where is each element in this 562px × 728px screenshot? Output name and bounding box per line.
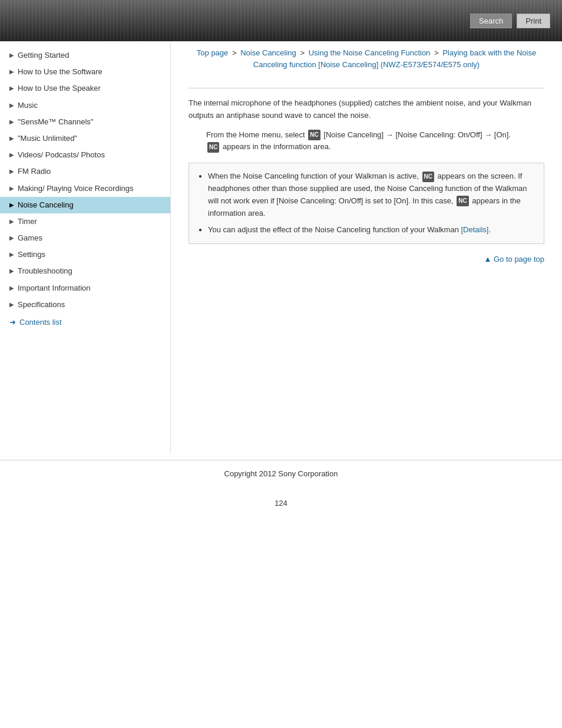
sidebar-item-making-playing-voice[interactable]: ▶Making/ Playing Voice Recordings: [0, 180, 170, 197]
sidebar-item-label: Music: [18, 100, 38, 111]
sidebar-item-label: Important Information: [18, 283, 91, 294]
sidebar-item-label: Making/ Playing Voice Recordings: [18, 183, 134, 194]
sidebar-item-timer[interactable]: ▶Timer: [0, 213, 170, 230]
sidebar-item-label: "Music Unlimited": [18, 133, 77, 144]
sidebar-item-label: How to Use the Software: [18, 67, 103, 77]
breadcrumb-using-nc[interactable]: Using the Noise Canceling Function: [309, 48, 431, 57]
nc-icon-1: NC: [308, 130, 320, 140]
sidebar-arrow-icon: ▶: [9, 218, 14, 226]
nc-icon-active: NC: [422, 172, 434, 182]
breadcrumb-top-page[interactable]: Top page: [197, 48, 229, 57]
sidebar: ▶Getting Started▶How to Use the Software…: [0, 41, 171, 454]
sidebar-arrow-icon: ▶: [9, 151, 14, 159]
notes-list: When the Noise Canceling function of you…: [199, 170, 534, 236]
description-text: The internal microphone of the headphone…: [189, 97, 544, 122]
sidebar-item-games[interactable]: ▶Games: [0, 230, 170, 246]
nc-icon-2: NC: [207, 142, 219, 153]
breadcrumb-noise-canceling[interactable]: Noise Canceling: [240, 48, 296, 57]
breadcrumb: Top page > Noise Canceling > Using the N…: [189, 47, 544, 70]
note-box: When the Noise Canceling function of you…: [189, 163, 544, 244]
sidebar-arrow-icon: ▶: [9, 134, 14, 143]
contents-list-link[interactable]: ➜ Contents list: [0, 313, 170, 331]
nc-icon-case: NC: [457, 196, 468, 206]
sidebar-item-label: Specifications: [18, 299, 65, 310]
sidebar-item-how-to-use-software[interactable]: ▶How to Use the Software: [0, 64, 170, 80]
search-button[interactable]: Search: [470, 14, 512, 28]
sidebar-item-sensme-channels[interactable]: ▶"SensMe™ Channels": [0, 114, 170, 130]
sidebar-item-getting-started[interactable]: ▶Getting Started: [0, 47, 170, 64]
go-to-top-link[interactable]: Go to page top: [494, 255, 544, 263]
sidebar-item-label: Timer: [18, 216, 37, 227]
sidebar-arrow-icon: ▶: [9, 251, 14, 259]
print-button[interactable]: Print: [517, 14, 550, 28]
main-layout: ▶Getting Started▶How to Use the Software…: [0, 41, 562, 454]
contents-list-label: Contents list: [19, 318, 62, 327]
sidebar-item-label: "SensMe™ Channels": [18, 117, 93, 127]
sidebar-item-specifications[interactable]: ▶Specifications: [0, 297, 170, 313]
sidebar-arrow-icon: ▶: [9, 201, 14, 209]
sidebar-item-label: FM Radio: [18, 166, 51, 177]
sidebar-item-noise-canceling[interactable]: ▶Noise Canceling: [0, 197, 170, 213]
content-body: The internal microphone of the headphone…: [189, 97, 544, 266]
sidebar-item-label: Getting Started: [18, 50, 69, 61]
sidebar-item-label: How to Use the Speaker: [18, 83, 101, 94]
sidebar-arrow-icon: ▶: [9, 185, 14, 193]
sidebar-arrow-icon: ▶: [9, 68, 14, 76]
sidebar-item-videos-podcasts-photos[interactable]: ▶Videos/ Podcasts/ Photos: [0, 147, 170, 163]
instruction-text: From the Home menu, select: [206, 130, 307, 139]
sidebar-arrow-icon: ▶: [9, 51, 14, 60]
page-number: 124: [0, 487, 562, 519]
sidebar-arrow-icon: ▶: [9, 118, 14, 126]
copyright-text: Copyright 2012 Sony Corporation: [224, 469, 338, 478]
sidebar-item-label: Settings: [18, 249, 45, 260]
sidebar-item-label: Noise Canceling: [18, 200, 74, 210]
sidebar-item-settings[interactable]: ▶Settings: [0, 246, 170, 263]
go-to-top[interactable]: Go to page top: [189, 253, 544, 266]
instruction-suffix: appears in the information area.: [223, 142, 331, 151]
content-divider: [189, 88, 544, 88]
sidebar-item-label: Videos/ Podcasts/ Photos: [18, 150, 105, 160]
sidebar-item-important-information[interactable]: ▶Important Information: [0, 280, 170, 297]
instruction-block: From the Home menu, select NC [Noise Can…: [206, 129, 544, 154]
sidebar-arrow-icon: ▶: [9, 301, 14, 309]
sidebar-arrow-icon: ▶: [9, 234, 14, 242]
sidebar-item-troubleshooting[interactable]: ▶Troubleshooting: [0, 263, 170, 279]
footer: Copyright 2012 Sony Corporation: [0, 460, 562, 487]
details-link[interactable]: [Details]: [461, 225, 489, 234]
sidebar-item-label: Troubleshooting: [18, 266, 72, 276]
sidebar-arrow-icon: ▶: [9, 84, 14, 93]
sidebar-item-fm-radio[interactable]: ▶FM Radio: [0, 163, 170, 180]
sidebar-arrow-icon: ▶: [9, 284, 14, 292]
sidebar-arrow-icon: ▶: [9, 101, 14, 110]
sidebar-item-how-to-use-speaker[interactable]: ▶How to Use the Speaker: [0, 80, 170, 97]
sidebar-arrow-icon: ▶: [9, 167, 14, 176]
content-area: Top page > Noise Canceling > Using the N…: [171, 41, 562, 454]
header: Search Print: [0, 0, 562, 41]
sidebar-arrow-icon: ▶: [9, 267, 14, 275]
note-item-1: When the Noise Canceling function of you…: [199, 170, 534, 219]
instruction-mid: [Noise Canceling] → [Noise Canceling: On…: [323, 130, 511, 139]
arrow-right-icon: ➜: [9, 318, 16, 327]
sidebar-item-music-unlimited[interactable]: ▶"Music Unlimited": [0, 130, 170, 147]
note-item-2: You can adjust the effect of the Noise C…: [199, 224, 534, 236]
sidebar-item-label: Games: [18, 233, 42, 243]
sidebar-item-music[interactable]: ▶Music: [0, 97, 170, 114]
